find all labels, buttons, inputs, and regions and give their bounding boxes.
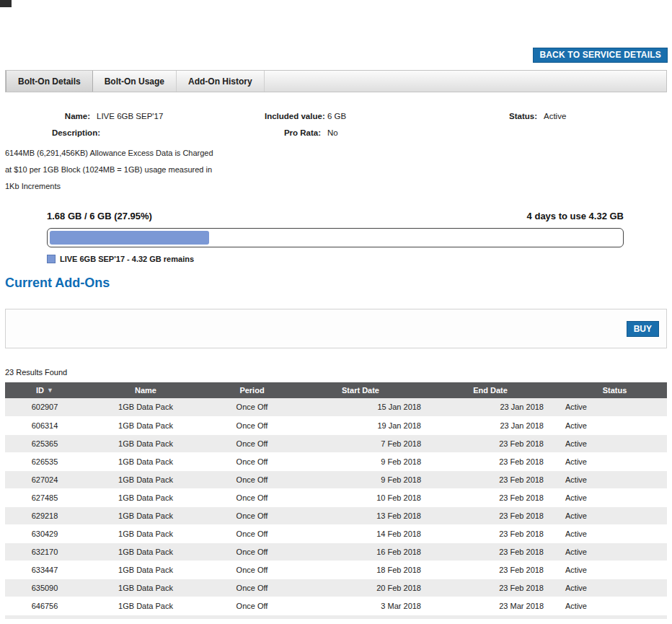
- table-row[interactable]: 6467561GB Data PackOnce Off3 Mar 201823 …: [5, 597, 667, 615]
- tab-bolt-on-details[interactable]: Bolt-On Details: [6, 71, 93, 92]
- table-cell: 1GB Data Pack: [84, 452, 207, 470]
- table-cell: Active: [557, 561, 667, 579]
- column-header-period[interactable]: Period: [207, 382, 297, 398]
- status-value: Active: [544, 112, 566, 120]
- usage-used-text: 1.68 GB / 6 GB (27.95%): [47, 211, 152, 221]
- table-cell: 1GB Data Pack: [84, 416, 207, 434]
- name-field: Name:LIVE 6GB SEP'17: [5, 112, 265, 120]
- add-ons-table: ID▼ Name Period Start Date End Date Stat…: [5, 382, 667, 615]
- table-row[interactable]: 6063141GB Data PackOnce Off19 Jan 201823…: [5, 416, 667, 434]
- table-cell: Once Off: [207, 524, 297, 542]
- pro-rata-field: Pro Rata:No: [265, 128, 503, 137]
- table-cell: 23 Feb 2018: [434, 579, 557, 597]
- description-field: Description:: [5, 128, 265, 137]
- table-row[interactable]: 6029071GB Data PackOnce Off15 Jan 201823…: [5, 398, 667, 416]
- table-cell: 23 Jan 2018: [434, 398, 557, 416]
- buy-button[interactable]: BUY: [627, 321, 659, 337]
- table-cell: Once Off: [207, 597, 297, 615]
- table-cell: 23 Feb 2018: [434, 524, 557, 542]
- sort-desc-icon[interactable]: ▼: [47, 387, 53, 394]
- table-cell: 1GB Data Pack: [84, 398, 207, 416]
- table-cell: 1GB Data Pack: [84, 524, 207, 542]
- table-cell: 23 Feb 2018: [434, 434, 557, 452]
- bolt-on-details-section: Name:LIVE 6GB SEP'17 Included value:6 GB…: [5, 112, 667, 195]
- table-cell: Once Off: [207, 542, 297, 561]
- table-row[interactable]: 6274851GB Data PackOnce Off10 Feb 201823…: [5, 488, 667, 506]
- table-cell: 1GB Data Pack: [84, 579, 207, 597]
- column-header-end-date[interactable]: End Date: [434, 382, 557, 398]
- usage-section: 1.68 GB / 6 GB (27.95%) 4 days to use 4.…: [47, 211, 624, 263]
- status-field: Status:Active: [503, 112, 667, 120]
- table-row[interactable]: 6265351GB Data PackOnce Off9 Feb 201823 …: [5, 452, 667, 470]
- table-cell: 3 Mar 2018: [297, 597, 434, 615]
- table-cell: 633447: [5, 561, 84, 579]
- table-cell: 20 Feb 2018: [297, 579, 434, 597]
- table-cell: 606314: [5, 416, 84, 434]
- table-row[interactable]: 6350901GB Data PackOnce Off20 Feb 201823…: [5, 579, 667, 597]
- column-header-id[interactable]: ID▼: [5, 382, 84, 398]
- included-value-label: Included value:: [265, 112, 321, 120]
- table-cell: Active: [557, 597, 667, 615]
- table-cell: 23 Feb 2018: [434, 542, 557, 561]
- table-cell: 14 Feb 2018: [297, 524, 434, 542]
- table-cell: Active: [557, 579, 667, 597]
- included-value: 6 GB: [327, 112, 346, 120]
- tab-add-on-history[interactable]: Add-On History: [177, 71, 265, 92]
- table-cell: Active: [557, 470, 667, 488]
- pro-rata-label: Pro Rata:: [265, 128, 321, 137]
- table-row-partial: [5, 615, 667, 619]
- usage-bar-fill: [50, 231, 209, 245]
- legend-text: LIVE 6GB SEP'17 - 4.32 GB remains: [60, 255, 194, 263]
- description-label: Description:: [5, 128, 100, 137]
- table-row[interactable]: 6292181GB Data PackOnce Off13 Feb 201823…: [5, 506, 667, 524]
- column-header-start-date[interactable]: Start Date: [297, 382, 434, 398]
- description-text: 6144MB (6,291,456KB) Allowance Excess Da…: [5, 145, 667, 195]
- table-cell: 630429: [5, 524, 84, 542]
- table-cell: 1GB Data Pack: [84, 506, 207, 524]
- table-cell: Once Off: [207, 416, 297, 434]
- table-cell: 23 Feb 2018: [434, 488, 557, 506]
- table-cell: Active: [557, 434, 667, 452]
- pro-rata-value: No: [327, 128, 338, 137]
- tab-bolt-on-usage[interactable]: Bolt-On Usage: [93, 71, 177, 92]
- table-cell: 23 Feb 2018: [434, 506, 557, 524]
- column-header-id-label: ID: [36, 386, 44, 395]
- column-header-end-date-label: End Date: [473, 386, 508, 395]
- current-add-ons-heading: Current Add-Ons: [5, 276, 672, 291]
- table-row[interactable]: 6253651GB Data PackOnce Off7 Feb 201823 …: [5, 434, 667, 452]
- page-top-fragment: [0, 0, 12, 7]
- table-cell: 627485: [5, 488, 84, 506]
- description-line: 6144MB (6,291,456KB) Allowance Excess Da…: [5, 145, 667, 162]
- table-cell: 23 Jan 2018: [434, 416, 557, 434]
- column-header-name-label: Name: [135, 386, 156, 395]
- table-cell: 1GB Data Pack: [84, 561, 207, 579]
- table-row[interactable]: 6304291GB Data PackOnce Off14 Feb 201823…: [5, 524, 667, 542]
- table-row[interactable]: 6270241GB Data PackOnce Off9 Feb 201823 …: [5, 470, 667, 488]
- column-header-name[interactable]: Name: [84, 382, 207, 398]
- table-cell: Active: [557, 452, 667, 470]
- table-cell: 626535: [5, 452, 84, 470]
- table-row[interactable]: 6334471GB Data PackOnce Off18 Feb 201823…: [5, 561, 667, 579]
- description-line: 1Kb Increments: [5, 178, 667, 195]
- column-header-status-label: Status: [603, 386, 627, 395]
- usage-progress-bar: [47, 228, 624, 247]
- table-cell: Once Off: [207, 470, 297, 488]
- back-to-service-details-button[interactable]: BACK TO SERVICE DETAILS: [533, 48, 668, 63]
- table-cell: 23 Mar 2018: [434, 597, 557, 615]
- table-cell: Once Off: [207, 561, 297, 579]
- table-header-row: ID▼ Name Period Start Date End Date Stat…: [5, 382, 667, 398]
- table-cell: 625365: [5, 434, 84, 452]
- table-cell: 13 Feb 2018: [297, 506, 434, 524]
- usage-legend: LIVE 6GB SEP'17 - 4.32 GB remains: [47, 255, 624, 263]
- table-cell: 635090: [5, 579, 84, 597]
- table-cell: 16 Feb 2018: [297, 542, 434, 561]
- table-cell: 23 Feb 2018: [434, 452, 557, 470]
- buy-panel: BUY: [5, 309, 667, 348]
- name-value: LIVE 6GB SEP'17: [97, 112, 163, 120]
- table-cell: 1GB Data Pack: [84, 434, 207, 452]
- table-cell: 9 Feb 2018: [297, 470, 434, 488]
- column-header-status[interactable]: Status: [557, 382, 667, 398]
- table-cell: 19 Jan 2018: [297, 416, 434, 434]
- table-row[interactable]: 6321701GB Data PackOnce Off16 Feb 201823…: [5, 542, 667, 561]
- table-cell: 1GB Data Pack: [84, 488, 207, 506]
